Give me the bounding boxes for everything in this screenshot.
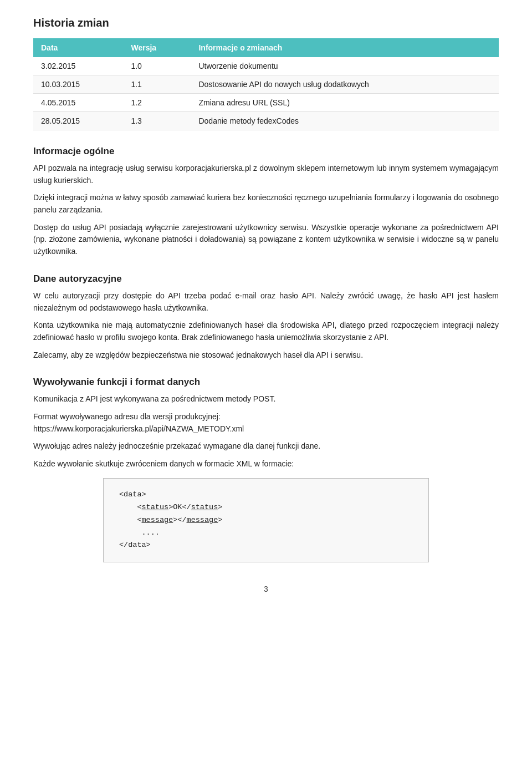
invoke-para1: Komunikacja z API jest wykonywana za poś… <box>33 393 499 405</box>
auth-para2: Konta użytkownika nie mają automatycznie… <box>33 319 499 343</box>
col-wersja: Wersja <box>123 38 191 57</box>
table-header-row: Data Wersja Informacje o zmianach <box>33 38 499 57</box>
table-cell: 1.0 <box>123 57 191 75</box>
table-cell: 4.05.2015 <box>33 94 123 112</box>
table-row: 3.02.20151.0Utworzenie dokumentu <box>33 57 499 75</box>
table-cell: Dodanie metody fedexCodes <box>191 112 499 130</box>
invoke-para2: Format wywoływanego adresu dla wersji pr… <box>33 411 499 435</box>
table-cell: Utworzenie dokumentu <box>191 57 499 75</box>
table-row: 10.03.20151.1Dostosowanie API do nowych … <box>33 75 499 94</box>
invoke-para3: Wywołując adres należy jednocześnie prze… <box>33 440 499 453</box>
table-cell: 3.02.2015 <box>33 57 123 75</box>
history-table: Data Wersja Informacje o zmianach 3.02.2… <box>33 38 499 130</box>
code-line4: .... <box>137 529 160 537</box>
col-info: Informacje o zmianach <box>191 38 499 57</box>
code-tag-message-close: message <box>187 516 218 524</box>
invoke-para4: Każde wywołanie skutkuje zwróceniem dany… <box>33 458 499 470</box>
table-row: 4.05.20151.2Zmiana adresu URL (SSL) <box>33 94 499 112</box>
xml-code-block: <data> <status>OK</status> <message></me… <box>103 478 429 563</box>
table-cell: Dostosowanie API do nowych usług dodatko… <box>191 75 499 94</box>
table-cell: 10.03.2015 <box>33 75 123 94</box>
invoke-para2-line2: https://www.korporacjakurierska.pl/api/N… <box>33 424 244 433</box>
code-tag-message: message <box>142 516 173 524</box>
general-para1: API pozwala na integrację usług serwisu … <box>33 162 499 186</box>
code-tag-status: status <box>142 503 169 511</box>
general-para2: Dzięki integracji można w łatwy sposób z… <box>33 192 499 216</box>
page-title: Historia zmian <box>33 17 499 29</box>
section-auth-heading: Dane autoryzacyjne <box>33 273 499 285</box>
table-cell: 1.2 <box>123 94 191 112</box>
table-cell: 1.3 <box>123 112 191 130</box>
code-tag-status-close: status <box>191 503 218 511</box>
general-para3: Dostęp do usług API posiadają wyłącznie … <box>33 222 499 258</box>
col-data: Data <box>33 38 123 57</box>
section-general-heading: Informacje ogólne <box>33 146 499 157</box>
auth-para3: Zalecamy, aby ze względów bezpieczeństwa… <box>33 349 499 362</box>
code-line1: <data> <box>119 490 146 499</box>
table-cell: 1.1 <box>123 75 191 94</box>
section-invoke-heading: Wywoływanie funkcji i format danych <box>33 377 499 388</box>
auth-para1: W celu autoryzacji przy dostępie do API … <box>33 290 499 314</box>
table-cell: 28.05.2015 <box>33 112 123 130</box>
table-cell: Zmiana adresu URL (SSL) <box>191 94 499 112</box>
invoke-para2-line1: Format wywoływanego adresu dla wersji pr… <box>33 412 221 421</box>
code-line5: </data> <box>119 541 151 549</box>
page-number: 3 <box>33 585 499 593</box>
table-row: 28.05.20151.3Dodanie metody fedexCodes <box>33 112 499 130</box>
